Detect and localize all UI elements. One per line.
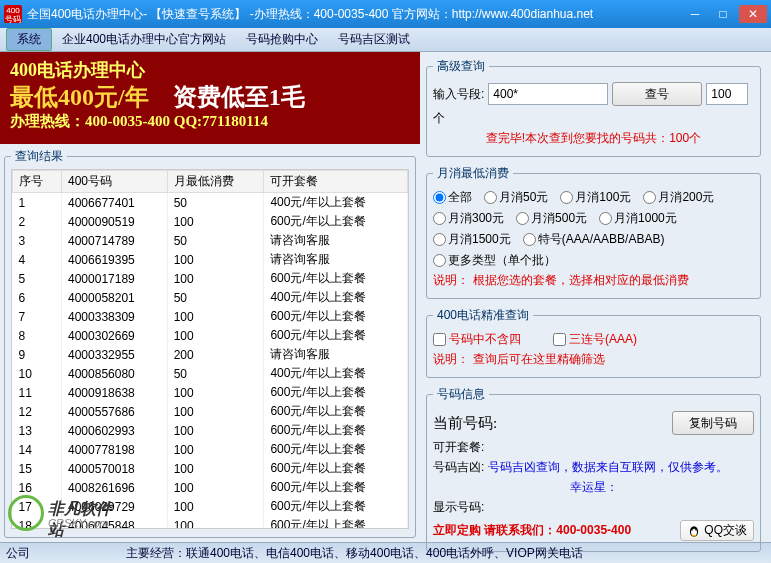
app-icon: 400号码 <box>4 5 22 23</box>
consume-radio-7[interactable]: 月消1500元 <box>433 231 511 248</box>
number-info-group: 号码信息 当前号码: 复制号码 可开套餐: 号码吉凶:号码吉凶查询，数据来自互联… <box>426 386 761 552</box>
qq-chat-button[interactable]: QQ交谈 <box>680 520 754 541</box>
table-row[interactable]: 124000557686100600元/年以上套餐 <box>13 402 408 421</box>
chk-no-four[interactable]: 号码中不含四 <box>433 331 521 348</box>
col-minspend[interactable]: 月最低消费 <box>167 171 264 193</box>
window-title: 全国400电话办理中心- 【快速查号系统】 -办理热线：400-0035-400… <box>27 6 681 23</box>
table-row[interactable]: 24000090519100600元/年以上套餐 <box>13 212 408 231</box>
qq-icon <box>687 524 701 538</box>
consume-radio-8[interactable]: 特号(AAA/AABB/ABAB) <box>523 231 665 248</box>
menu-system[interactable]: 系统 <box>6 28 52 51</box>
minimize-button[interactable]: ─ <box>681 5 709 23</box>
svg-point-3 <box>695 529 696 530</box>
count-input[interactable] <box>706 83 748 105</box>
order-text: 立即定购 请联系我们：400-0035-400 <box>433 522 631 539</box>
banner-line1: 400电话办理中心 <box>10 58 410 82</box>
input-label: 输入号段: <box>433 86 484 103</box>
consume-radio-6[interactable]: 月消1000元 <box>599 210 677 227</box>
table-row[interactable]: 1400667740150400元/年以上套餐 <box>13 193 408 213</box>
table-row[interactable]: 94000332955200请咨询客服 <box>13 345 408 364</box>
consume-radio-2[interactable]: 月消100元 <box>560 189 631 206</box>
search-button[interactable]: 查号 <box>612 82 702 106</box>
table-row[interactable]: 10400085608050400元/年以上套餐 <box>13 364 408 383</box>
advanced-search-group: 高级查询 输入号段: 查号 个 查完毕!本次查到您要找的号码共：100个 <box>426 58 761 157</box>
table-row[interactable]: 3400071478950请咨询客服 <box>13 231 408 250</box>
table-row[interactable]: 144000778198100600元/年以上套餐 <box>13 440 408 459</box>
consume-radio-9[interactable]: 更多类型（单个批） <box>433 252 556 269</box>
results-group: 查询结果 序号 400号码 月最低消费 可开套餐 140066774015040… <box>4 148 416 538</box>
svg-point-2 <box>692 529 693 530</box>
table-row[interactable]: 114000918638100600元/年以上套餐 <box>13 383 408 402</box>
banner: 400电话办理中心 最低400元/年 资费低至1毛 办理热线：400-0035-… <box>0 52 420 144</box>
table-row[interactable]: 84000302669100600元/年以上套餐 <box>13 326 408 345</box>
table-row[interactable]: 6400005820150400元/年以上套餐 <box>13 288 408 307</box>
maximize-button[interactable]: □ <box>709 5 737 23</box>
result-summary: 查完毕!本次查到您要找的号码共：100个 <box>486 130 701 147</box>
svg-point-4 <box>692 534 697 536</box>
consume-radio-3[interactable]: 月消200元 <box>643 189 714 206</box>
col-package[interactable]: 可开套餐 <box>264 171 408 193</box>
col-index[interactable]: 序号 <box>13 171 62 193</box>
consume-radio-5[interactable]: 月消500元 <box>516 210 587 227</box>
table-row[interactable]: 164008261696100600元/年以上套餐 <box>13 478 408 497</box>
consume-radio-0[interactable]: 全部 <box>433 189 472 206</box>
table-row[interactable]: 74000338309100600元/年以上套餐 <box>13 307 408 326</box>
menu-website[interactable]: 企业400电话办理中心官方网站 <box>52 29 236 50</box>
col-number[interactable]: 400号码 <box>62 171 168 193</box>
copy-number-button[interactable]: 复制号码 <box>672 411 754 435</box>
table-row[interactable]: 134000602993100600元/年以上套餐 <box>13 421 408 440</box>
min-consume-group: 月消最低消费 全部月消50元月消100元月消200元月消300元月消500元月消… <box>426 165 761 299</box>
table-row[interactable]: 44006619395100请咨询客服 <box>13 250 408 269</box>
consume-radio-1[interactable]: 月消50元 <box>484 189 548 206</box>
segment-input[interactable] <box>488 83 608 105</box>
menu-buy[interactable]: 号码抢购中心 <box>236 29 328 50</box>
chk-triple[interactable]: 三连号(AAA) <box>553 331 637 348</box>
menubar: 系统 企业400电话办理中心官方网站 号码抢购中心 号码吉区测试 <box>0 28 771 52</box>
precise-search-group: 400电话精准查询 号码中不含四 三连号(AAA) 说明：查询后可在这里精确筛选 <box>426 307 761 378</box>
consume-radios: 全部月消50元月消100元月消200元月消300元月消500元月消1000元月消… <box>433 189 754 269</box>
banner-line3: 办理热线：400-0035-400 QQ:771180114 <box>10 112 410 131</box>
table-row[interactable]: 154000570018100600元/年以上套餐 <box>13 459 408 478</box>
results-table[interactable]: 序号 400号码 月最低消费 可开套餐 1400667740150400元/年以… <box>11 169 409 529</box>
table-row[interactable]: 174006029729100600元/年以上套餐 <box>13 497 408 516</box>
consume-radio-4[interactable]: 月消300元 <box>433 210 504 227</box>
menu-test[interactable]: 号码吉区测试 <box>328 29 420 50</box>
table-row[interactable]: 184006045848100600元/年以上套餐 <box>13 516 408 529</box>
close-button[interactable]: ✕ <box>739 5 767 23</box>
table-row[interactable]: 54000017189100600元/年以上套餐 <box>13 269 408 288</box>
